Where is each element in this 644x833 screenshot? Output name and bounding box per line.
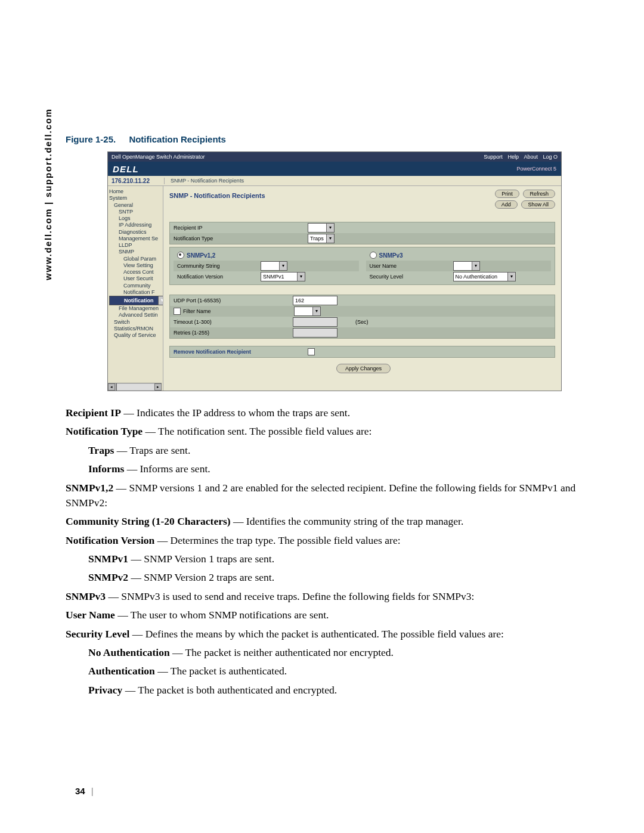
side-url: www.dell.com | support.dell.com <box>43 108 53 280</box>
dell-logo: DELL <box>113 164 139 174</box>
def-no-auth: No Authentication <box>88 646 170 658</box>
tree-item[interactable]: Statistics/RMON <box>109 326 162 332</box>
main-panel: Print Refresh Add Show All SNMP - Notifi… <box>163 186 561 391</box>
label-snmpv3: SNMPv3 <box>379 252 403 259</box>
def-auth: Authentication <box>88 665 155 677</box>
filter-name-select[interactable] <box>294 306 321 316</box>
refresh-button[interactable]: Refresh <box>523 190 555 198</box>
label-filter-name: Filter Name <box>183 308 261 314</box>
notif-type-select[interactable]: Traps <box>308 234 335 243</box>
retries-input[interactable] <box>293 328 338 337</box>
label-retries: Retries (1-255) <box>174 330 257 336</box>
link-about[interactable]: About <box>524 154 538 160</box>
document-body: Recipient IP — Indicates the IP address … <box>66 405 602 698</box>
label-udp-port: UDP Port (1-65535) <box>174 298 257 304</box>
security-level-select[interactable]: No Authentication <box>453 272 516 281</box>
scroll-right-icon[interactable]: ▸ <box>154 383 162 391</box>
udp-port-input[interactable]: 162 <box>293 296 338 305</box>
timeout-input[interactable] <box>293 317 338 327</box>
tree-item[interactable]: IP Addressing <box>109 222 162 228</box>
figure-number: Figure 1-25. <box>66 134 116 144</box>
def-privacy: Privacy <box>88 684 122 696</box>
tree-item[interactable]: View Setting <box>109 262 162 269</box>
filter-checkbox[interactable] <box>174 308 181 315</box>
radio-snmpv12[interactable] <box>177 252 184 259</box>
label-snmpv12: SNMPv1,2 <box>187 252 215 259</box>
tree-item[interactable]: Diagnostics <box>109 229 162 236</box>
label-user-name: User Name <box>370 263 453 269</box>
product-name: PowerConnect 5 <box>516 166 556 172</box>
tree-item[interactable]: File Managemen <box>109 305 162 312</box>
figure-title: Notification Recipients <box>129 134 226 144</box>
tree-item[interactable]: Management Se <box>109 236 162 242</box>
def-snmpv2: SNMPv2 <box>88 571 128 583</box>
nav-tree[interactable]: HomeSystemGeneralSNTPLogsIP AddressingDi… <box>108 186 163 391</box>
label-community-string: Community String <box>177 263 261 269</box>
tree-item[interactable]: Advanced Settin <box>109 312 162 318</box>
brand-row: DELL PowerConnect 5 <box>108 162 561 176</box>
breadcrumb: SNMP - Notification Recipients <box>165 178 244 184</box>
link-support[interactable]: Support <box>484 154 503 160</box>
def-notif-version: Notification Version <box>66 534 154 546</box>
figure-caption: Figure 1-25. Notification Recipients <box>66 134 608 144</box>
showall-button[interactable]: Show All <box>521 200 555 209</box>
scroll-left-icon[interactable]: ◂ <box>108 383 115 391</box>
label-security-level: Security Level <box>370 274 453 280</box>
tree-item[interactable]: Notification <box>109 296 163 305</box>
def-snmpv3: SNMPv3 <box>66 590 106 602</box>
label-recipient-ip: Recipient IP <box>174 225 257 231</box>
add-button[interactable]: Add <box>495 200 518 209</box>
tree-item[interactable]: System <box>109 195 162 202</box>
def-community-string: Community String (1-20 Characters) <box>66 515 231 527</box>
tree-item[interactable]: Home <box>109 188 162 195</box>
header-links: Support Help About Log O <box>480 154 558 160</box>
tree-item[interactable]: Notification F <box>109 289 162 296</box>
def-security-level: Security Level <box>66 628 129 640</box>
tree-item[interactable]: LLDP <box>109 242 162 249</box>
tree-item[interactable]: Community <box>109 283 162 289</box>
def-traps: Traps <box>88 444 114 456</box>
def-snmpv12: SNMPv1,2 <box>66 482 113 494</box>
tree-item[interactable]: Quality of Service <box>109 332 162 339</box>
link-logout[interactable]: Log O <box>543 154 558 160</box>
action-buttons: Print Refresh Add Show All <box>493 190 555 209</box>
recipient-panel: Recipient IP Notification Type Traps <box>169 222 555 244</box>
remove-checkbox[interactable] <box>308 348 315 355</box>
page-number: 34| <box>75 786 94 796</box>
link-help[interactable]: Help <box>507 154 519 160</box>
def-snmpv1: SNMPv1 <box>88 553 128 565</box>
label-timeout: Timeout (1-300) <box>174 319 257 325</box>
screenshot: Dell OpenManage Switch Administrator Sup… <box>107 151 562 391</box>
label-notif-type: Notification Type <box>174 236 257 241</box>
label-sec: (Sec) <box>355 319 369 325</box>
udp-panel: UDP Port (1-65535)162 Filter Name Timeou… <box>169 295 555 339</box>
tree-item[interactable]: Switch <box>109 319 162 326</box>
def-notif-type: Notification Type <box>66 425 143 437</box>
label-notif-version: Notification Version <box>177 274 261 280</box>
window-titlebar: Dell OpenManage Switch Administrator Sup… <box>108 152 561 162</box>
def-recipient-ip: Recipient IP <box>66 407 121 419</box>
radio-snmpv3[interactable] <box>370 252 377 259</box>
def-informs: Informs <box>88 463 124 475</box>
tree-item[interactable]: Logs <box>109 215 162 222</box>
remove-panel: Remove Notification Recipient <box>169 346 555 358</box>
label-remove: Remove Notification Recipient <box>174 349 299 355</box>
ip-row: 176.210.11.22 SNMP - Notification Recipi… <box>108 176 561 186</box>
tree-item[interactable]: Global Param <box>109 256 162 262</box>
tree-item[interactable]: User Securit <box>109 275 162 282</box>
version-panel: SNMPv1,2 Community String Notification V… <box>169 247 555 285</box>
def-user-name: User Name <box>66 609 115 621</box>
ip-address: 176.210.11.22 <box>108 178 165 184</box>
tree-scrollbar[interactable]: ◂ ▸ <box>108 383 162 391</box>
community-string-select[interactable] <box>261 261 287 271</box>
app-title: Dell OpenManage Switch Administrator <box>112 154 205 160</box>
recipient-ip-select[interactable] <box>308 223 335 233</box>
tree-item[interactable]: General <box>109 202 162 209</box>
apply-button[interactable]: Apply Changes <box>336 364 391 373</box>
tree-item[interactable]: SNMP <box>109 249 162 255</box>
tree-item[interactable]: SNTP <box>109 209 162 215</box>
notif-version-select[interactable]: SNMPv1 <box>261 272 305 281</box>
print-button[interactable]: Print <box>495 190 519 198</box>
user-name-select[interactable] <box>453 261 480 271</box>
tree-item[interactable]: Access Cont <box>109 269 162 275</box>
